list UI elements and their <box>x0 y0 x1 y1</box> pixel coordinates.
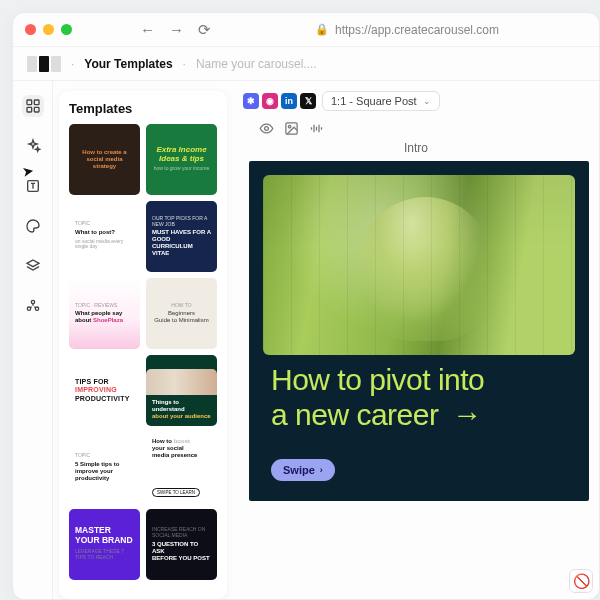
template-grid: How to create asocial mediastrategyExtra… <box>69 124 217 590</box>
templates-tool[interactable] <box>22 95 44 117</box>
template-thumbnail[interactable]: topicWhat to post?on social media every … <box>69 201 140 272</box>
url-text: https://app.createcarousel.com <box>335 23 499 37</box>
carousel-name-input[interactable]: Name your carousel.... <box>196 57 317 71</box>
svg-point-7 <box>35 307 38 310</box>
breadcrumb-bar: · Your Templates · Name your carousel...… <box>13 47 599 81</box>
template-thumbnail[interactable]: TIPS FORIMPROVINGPRODUCTIVITY <box>69 355 140 426</box>
breadcrumb-sep: · <box>71 57 74 71</box>
maximize-window-icon[interactable] <box>61 24 72 35</box>
breadcrumb-sep: · <box>183 57 186 71</box>
format-label: 1:1 - Square Post <box>331 95 417 107</box>
social-icon[interactable]: ◉ <box>262 93 278 109</box>
slide-hero-image[interactable] <box>263 175 575 355</box>
address-bar[interactable]: 🔒 https://app.createcarousel.com <box>227 23 587 37</box>
format-select[interactable]: 1:1 - Square Post ⌄ <box>322 91 440 111</box>
forward-button[interactable]: → <box>169 21 184 39</box>
headline-line2: a new career <box>271 398 438 431</box>
slide-canvas[interactable]: How to pivot into a new career → Swipe › <box>249 161 589 501</box>
reload-button[interactable]: ⟳ <box>198 21 211 39</box>
svg-rect-3 <box>34 107 39 112</box>
components-tool[interactable] <box>22 295 44 317</box>
slide-tools <box>259 121 599 139</box>
layers-tool[interactable] <box>22 255 44 277</box>
titlebar: ← → ⟳ 🔒 https://app.createcarousel.com <box>13 13 599 47</box>
arrow-right-icon: → <box>452 398 480 433</box>
svg-point-10 <box>288 125 291 128</box>
template-thumbnail[interactable]: OUR TOP PICKS FOR A NEW JOBMUST HAVES FO… <box>146 201 217 272</box>
ai-tool[interactable] <box>22 135 44 157</box>
blocked-icon[interactable]: 🚫 <box>569 569 593 593</box>
template-thumbnail[interactable]: Things to understandabout your audience <box>146 355 217 426</box>
browser-window: ➤ ← → ⟳ 🔒 https://app.createcarousel.com… <box>12 12 600 600</box>
template-thumbnail[interactable]: MASTERYOUR BRANDLEVERAGE THESE 7 TIPS TO… <box>69 509 140 580</box>
visibility-toggle[interactable] <box>259 121 274 139</box>
svg-point-8 <box>265 127 269 131</box>
canvas-toolbar: ✱◉in𝕏 1:1 - Square Post ⌄ <box>243 91 599 111</box>
template-thumbnail[interactable]: HOW TOBeginnersGuide to Minimalism <box>146 278 217 349</box>
template-thumbnail[interactable]: Extra IncomeIdeas & tipshow to grow your… <box>146 124 217 195</box>
svg-point-6 <box>27 307 30 310</box>
social-icon[interactable]: ✱ <box>243 93 259 109</box>
window-controls <box>25 24 72 35</box>
audio-wave-icon[interactable] <box>309 121 324 139</box>
social-platform-icons: ✱◉in𝕏 <box>243 93 316 109</box>
back-button[interactable]: ← <box>140 21 155 39</box>
slide-label: Intro <box>243 141 589 155</box>
panel-title: Templates <box>69 101 217 116</box>
slide-headline[interactable]: How to pivot into a new career → <box>271 363 567 432</box>
workspace: Templates How to create asocial mediastr… <box>13 81 599 599</box>
headline-line1: How to pivot into <box>271 363 484 396</box>
breadcrumb-root[interactable]: Your Templates <box>84 57 172 71</box>
tool-column <box>13 81 53 599</box>
mouse-cursor-icon: ➤ <box>21 162 36 180</box>
canvas-area: ✱◉in𝕏 1:1 - Square Post ⌄ Intro <box>233 81 599 599</box>
chevron-right-icon: › <box>320 465 323 475</box>
lock-icon: 🔒 <box>315 23 329 36</box>
close-window-icon[interactable] <box>25 24 36 35</box>
social-icon[interactable]: 𝕏 <box>300 93 316 109</box>
svg-rect-2 <box>27 107 32 112</box>
template-thumbnail[interactable]: How to boostyour socialmedia presenceSWI… <box>146 432 217 503</box>
svg-rect-1 <box>34 100 39 105</box>
swipe-pill[interactable]: Swipe › <box>271 459 335 481</box>
template-thumbnail[interactable]: How to create asocial mediastrategy <box>69 124 140 195</box>
minimize-window-icon[interactable] <box>43 24 54 35</box>
templates-panel: Templates How to create asocial mediastr… <box>59 91 227 599</box>
app-logo[interactable] <box>27 56 61 72</box>
browser-nav: ← → ⟳ <box>140 21 211 39</box>
svg-rect-0 <box>27 100 32 105</box>
template-thumbnail[interactable]: topic · reviewsWhat people sayabout Shoe… <box>69 278 140 349</box>
template-thumbnail[interactable]: topic5 Simple tips toimprove yourproduct… <box>69 432 140 503</box>
swipe-label: Swipe <box>283 464 315 476</box>
image-tool[interactable] <box>284 121 299 139</box>
template-thumbnail[interactable]: INCREASE REACH ON SOCIAL MEDIA3 QUESTION… <box>146 509 217 580</box>
social-icon[interactable]: in <box>281 93 297 109</box>
svg-point-5 <box>31 300 34 303</box>
chevron-down-icon: ⌄ <box>423 96 431 106</box>
color-tool[interactable] <box>22 215 44 237</box>
